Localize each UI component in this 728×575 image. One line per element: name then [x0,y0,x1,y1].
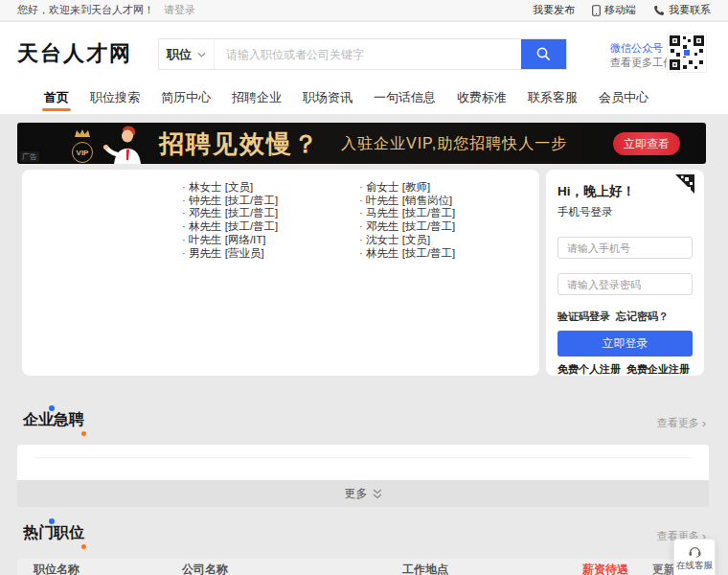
search-input[interactable] [215,39,521,69]
login-panel: Hi，晚上好！ 手机号登录 验证码登录 忘记密码？ 立即登录 免费个人注册 免费… [546,170,704,376]
job-table-header-row: 职位名称公司名称工作地点薪资待遇更新时间 [17,559,709,575]
register-company-link[interactable]: 免费企业注册 [626,362,690,377]
candidates-column-2: 俞女士 [教师]叶先生 [销售岗位]马先生 [技工/普工]邓先生 [技工/普工]… [359,181,455,260]
vip-badge-label: VIP [72,142,93,163]
urgent-more-link[interactable]: 查看更多 › [657,416,706,430]
phone-input[interactable] [557,237,693,259]
wechat-more-label: 查看更多工作 [610,56,673,70]
phone-handset-icon [653,5,665,16]
site-logo[interactable]: 天台人才网 [17,39,132,68]
banner-headline: 招聘见效慢？ [159,126,320,160]
candidate-item[interactable]: 钟先生 [技工/普工] [182,195,278,208]
urgent-jobs-panel [17,445,709,480]
hot-section-header: 热门职位 查看更多 › [23,523,706,543]
online-service-widget[interactable]: 在线客服 [673,539,716,575]
nav-item-简历中心[interactable]: 简历中心 [155,81,216,114]
candidate-item[interactable]: 沈女士 [文员] [359,234,455,247]
latest-candidates-panel: 林女士 [文员]钟先生 [技工/普工]邓先生 [技工/普工]林先生 [技工/普工… [22,170,539,376]
nav-item-招聘企业[interactable]: 招聘企业 [226,81,287,114]
sms-login-link[interactable]: 验证码登录 [557,310,610,324]
mascot-illustration [100,125,149,164]
nav-item-职位搜索[interactable]: 职位搜索 [84,81,146,114]
job-column-header: 公司名称 [182,562,228,575]
login-mode-label: 手机号登录 [557,205,613,219]
mobile-link[interactable]: 移动端 [592,3,636,17]
decor-dot-orange [81,544,86,549]
search-category-value: 职位 [167,46,192,63]
decor-dot-blue [49,405,55,411]
double-chevron-down-icon [373,489,382,499]
register-links: 免费个人注册 免费企业注册 [557,362,690,377]
login-link[interactable]: 请登录 [164,3,195,17]
page: 您好，欢迎来到天台人才网！ 请登录 我要发布 移动端 我要联系 天台人才网 职位 [0,0,728,575]
register-personal-link[interactable]: 免费个人注册 [557,362,621,377]
site-header: 天台人才网 职位 微信公众号 查看更多工作 [0,22,728,81]
candidate-item[interactable]: 林先生 [技工/普工] [359,247,455,261]
urgent-expand-button[interactable]: 更多 [17,480,709,507]
candidate-item[interactable]: 叶先生 [销售岗位] [359,195,455,208]
section-title-hot-label: 热门职位 [23,524,84,540]
candidate-item[interactable]: 邓先生 [技工/普工] [182,207,278,220]
decor-dot-blue [49,518,55,524]
wechat-block: 微信公众号 查看更多工作 [610,41,673,70]
candidate-item[interactable]: 马先生 [技工/普工] [359,207,455,220]
nav-item-职场资讯[interactable]: 职场资讯 [297,81,358,114]
password-input[interactable] [557,273,693,295]
nav-item-收费标准[interactable]: 收费标准 [451,81,512,114]
chevron-right-icon: › [702,418,706,428]
vip-ad-banner[interactable]: 广告 VIP 招聘见效慢？ 入驻企业VIP,助您招聘快人一步 立即查看 [17,123,706,164]
qr-corner-icon[interactable] [673,173,695,196]
job-column-header: 薪资待遇 [582,562,628,575]
mobile-link-label: 移动端 [604,3,636,17]
expand-label: 更多 [345,486,368,502]
section-title-hot: 热门职位 [23,523,84,543]
candidate-item[interactable]: 叶先生 [网络/IT] [182,234,278,247]
candidate-item[interactable]: 男先生 [营业员] [182,247,278,261]
contact-link[interactable]: 我要联系 [653,3,711,17]
job-column-header: 职位名称 [34,562,80,575]
login-links: 验证码登录 忘记密码？ [557,310,669,324]
section-title-urgent-label: 企业急聘 [23,411,84,427]
contact-link-label: 我要联系 [669,3,711,17]
login-greeting: Hi，晚上好！ [557,183,635,200]
mobile-phone-icon [592,5,601,16]
panel-divider [34,457,692,458]
banner-cta-button[interactable]: 立即查看 [613,132,680,155]
topbar: 您好，欢迎来到天台人才网！ 请登录 我要发布 移动端 我要联系 [0,0,728,21]
wechat-qr-code [667,33,707,73]
section-title-urgent: 企业急聘 [23,410,84,430]
nav-item-首页[interactable]: 首页 [38,81,75,114]
urgent-section-header: 企业急聘 查看更多 › [23,410,706,430]
nav-item-会员中心[interactable]: 会员中心 [593,81,654,114]
publish-link-label: 我要发布 [533,3,575,17]
banner-subline: 入驻企业VIP,助您招聘快人一步 [341,133,567,153]
forgot-password-link[interactable]: 忘记密码？ [616,310,669,324]
candidate-item[interactable]: 俞女士 [教师] [359,181,455,195]
headset-icon [688,544,702,558]
online-service-label: 在线客服 [676,560,713,572]
search-bar: 职位 [158,38,567,70]
decor-dot-orange [81,431,86,436]
candidate-item[interactable]: 林先生 [技工/普工] [182,220,278,234]
vip-badge-icon: VIP [70,125,95,163]
publish-link[interactable]: 我要发布 [533,3,575,17]
welcome-text: 您好，欢迎来到天台人才网！ [17,3,154,17]
urgent-more-label: 查看更多 [657,416,699,430]
wechat-official-label[interactable]: 微信公众号 [610,41,673,56]
candidate-item[interactable]: 林女士 [文员] [182,181,278,195]
nav-item-一句话信息[interactable]: 一句话信息 [368,81,442,114]
nav-item-联系客服[interactable]: 联系客服 [522,81,583,114]
candidates-column-1: 林女士 [文员]钟先生 [技工/普工]邓先生 [技工/普工]林先生 [技工/普工… [182,181,278,260]
crown-icon [74,128,91,138]
chevron-down-icon [197,52,206,58]
login-submit-button[interactable]: 立即登录 [557,331,693,356]
ad-tag: 广告 [20,151,39,162]
main-nav: 首页职位搜索简历中心招聘企业职场资讯一句话信息收费标准联系客服会员中心 [0,81,728,115]
search-category-select[interactable]: 职位 [159,39,215,69]
candidate-item[interactable]: 邓先生 [技工/普工] [359,220,455,234]
topbar-links: 我要发布 移动端 我要联系 [533,3,711,17]
search-icon [535,46,552,62]
search-button[interactable] [521,39,566,69]
job-column-header: 工作地点 [402,562,448,575]
